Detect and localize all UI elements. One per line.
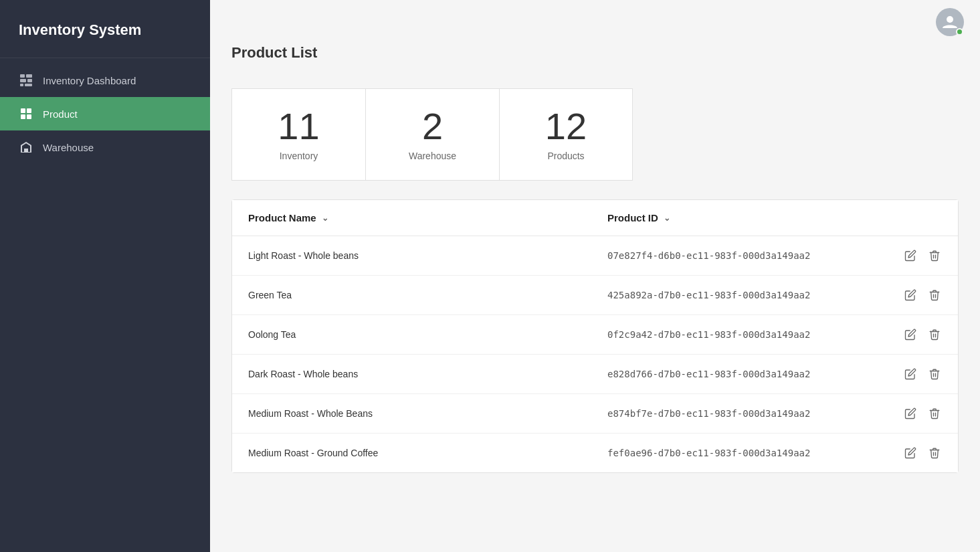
table-row: Medium Roast - Whole Beans e874bf7e-d7b0… — [232, 394, 958, 434]
cell-product-id: e828d766-d7b0-ec11-983f-000d3a149aa2 — [607, 369, 888, 379]
sidebar-item-warehouse-label: Warehouse — [43, 142, 94, 153]
stat-inventory-label: Inventory — [280, 151, 318, 161]
table-row: Dark Roast - Whole beans e828d766-d7b0-e… — [232, 355, 958, 394]
cell-product-name: Medium Roast - Ground Coffee — [248, 448, 607, 458]
stat-products-number: 12 — [545, 108, 587, 145]
cell-product-name: Medium Roast - Whole Beans — [248, 408, 607, 419]
sidebar-item-dashboard-label: Inventory Dashboard — [43, 75, 136, 86]
cell-product-name: Green Tea — [248, 290, 607, 300]
sidebar-item-product[interactable]: Product — [0, 97, 210, 130]
svg-rect-5 — [25, 84, 32, 86]
app-title: Inventory System — [0, 0, 210, 58]
svg-rect-0 — [20, 74, 25, 78]
main-content: Product List Demo Provider help 11 Inven… — [210, 0, 980, 552]
svg-rect-2 — [20, 79, 26, 82]
cell-actions — [888, 367, 942, 381]
page-content: Product List Demo Provider help 11 Inven… — [210, 44, 980, 552]
delete-button[interactable] — [927, 288, 942, 302]
cell-product-name: Dark Roast - Whole beans — [248, 369, 607, 379]
svg-rect-10 — [24, 149, 28, 153]
cell-product-id: fef0ae96-d7b0-ec11-983f-000d3a149aa2 — [607, 448, 888, 458]
edit-button[interactable] — [903, 446, 918, 460]
cell-product-id: e874bf7e-d7b0-ec11-983f-000d3a149aa2 — [607, 408, 888, 419]
sidebar-nav: Inventory Dashboard Product — [0, 58, 210, 164]
table-row: Light Roast - Whole beans 07e827f4-d6b0-… — [232, 236, 958, 276]
column-id-label: Product ID — [607, 212, 658, 223]
column-header-id[interactable]: Product ID ⌄ — [607, 212, 888, 223]
stat-products-label: Products — [547, 151, 584, 161]
sidebar-item-warehouse[interactable]: Warehouse — [0, 130, 210, 164]
svg-point-11 — [947, 16, 953, 23]
cell-product-id: 425a892a-d7b0-ec11-983f-000d3a149aa2 — [607, 290, 888, 300]
stats-row: 11 Inventory 2 Warehouse 12 Products — [231, 88, 959, 181]
delete-button[interactable] — [927, 327, 942, 342]
cell-product-id: 07e827f4-d6b0-ec11-983f-000d3a149aa2 — [607, 250, 888, 261]
avatar-status-dot — [956, 28, 963, 35]
cell-actions — [888, 288, 942, 302]
product-icon — [19, 106, 33, 121]
sort-name-icon[interactable]: ⌄ — [322, 213, 328, 223]
table-row: Medium Roast - Ground Coffee fef0ae96-d7… — [232, 434, 958, 472]
delete-button[interactable] — [927, 367, 942, 381]
edit-button[interactable] — [903, 248, 918, 263]
stat-warehouse-label: Warehouse — [409, 151, 456, 161]
sort-id-icon[interactable]: ⌄ — [664, 213, 670, 223]
user-avatar-wrapper[interactable] — [936, 8, 964, 36]
edit-button[interactable] — [903, 367, 918, 381]
delete-button[interactable] — [927, 446, 942, 460]
svg-rect-8 — [21, 114, 25, 119]
topbar — [210, 0, 980, 44]
svg-rect-4 — [20, 84, 23, 86]
table-row: Oolong Tea 0f2c9a42-d7b0-ec11-983f-000d3… — [232, 315, 958, 355]
table-body: Light Roast - Whole beans 07e827f4-d6b0-… — [232, 236, 958, 472]
cell-actions — [888, 248, 942, 263]
svg-rect-3 — [27, 79, 32, 82]
edit-button[interactable] — [903, 288, 918, 302]
stat-warehouse-number: 2 — [422, 108, 443, 145]
dashboard-icon — [19, 73, 33, 88]
cell-actions — [888, 327, 942, 342]
table-row: Green Tea 425a892a-d7b0-ec11-983f-000d3a… — [232, 276, 958, 315]
top-section: Product List Demo Provider help — [231, 44, 959, 75]
cell-actions — [888, 446, 942, 460]
stat-card-warehouse: 2 Warehouse — [365, 88, 499, 181]
cell-product-id: 0f2c9a42-d7b0-ec11-983f-000d3a149aa2 — [607, 329, 888, 340]
page-title: Product List — [231, 44, 317, 62]
stat-inventory-number: 11 — [278, 108, 319, 145]
sidebar-item-dashboard[interactable]: Inventory Dashboard — [0, 64, 210, 97]
cell-actions — [888, 406, 942, 421]
edit-button[interactable] — [903, 327, 918, 342]
products-table: Product Name ⌄ Product ID ⌄ Light Roast … — [231, 199, 959, 473]
sidebar-item-product-label: Product — [43, 108, 78, 120]
svg-rect-9 — [27, 114, 31, 119]
cell-product-name: Oolong Tea — [248, 329, 607, 340]
column-header-name[interactable]: Product Name ⌄ — [248, 212, 607, 223]
svg-rect-7 — [27, 108, 31, 113]
stat-card-products: 12 Products — [499, 88, 633, 181]
delete-button[interactable] — [927, 248, 942, 263]
sidebar: Inventory System Inventory Dashboard — [0, 0, 210, 552]
cell-product-name: Light Roast - Whole beans — [248, 250, 607, 261]
warehouse-icon — [19, 140, 33, 155]
edit-button[interactable] — [903, 406, 918, 421]
svg-rect-1 — [26, 74, 32, 78]
column-name-label: Product Name — [248, 212, 316, 223]
svg-rect-6 — [21, 108, 25, 113]
delete-button[interactable] — [927, 406, 942, 421]
table-header: Product Name ⌄ Product ID ⌄ — [232, 200, 958, 236]
stat-card-inventory: 11 Inventory — [231, 88, 365, 181]
